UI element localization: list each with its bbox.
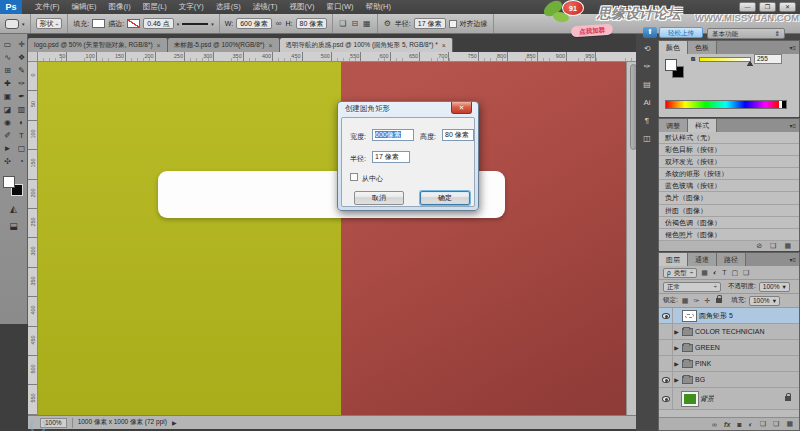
stroke-width-field[interactable]: 0.46 点 — [143, 18, 174, 29]
upload-icon[interactable]: ⬆ — [643, 27, 657, 38]
group-caret-icon[interactable]: ▶ — [673, 360, 680, 367]
menu-item[interactable]: 帮助(H) — [361, 0, 396, 14]
style-item[interactable]: 拼图（图像） — [659, 205, 799, 217]
tab-channels[interactable]: 通道 — [688, 253, 717, 266]
tool-button[interactable]: ✐ — [1, 129, 14, 142]
restore-button[interactable]: ❐ — [759, 2, 776, 12]
fill-field[interactable]: 100% ▾ — [749, 296, 780, 306]
radius-input[interactable]: 17 像素 — [372, 151, 410, 163]
minimize-button[interactable]: — — [739, 2, 756, 12]
layer-footer-icon[interactable]: ◙ — [737, 421, 741, 428]
group-caret-icon[interactable]: ▶ — [673, 344, 680, 351]
delete-style-icon[interactable]: ▦ — [784, 242, 791, 250]
panel-icon[interactable]: ¶ — [645, 116, 649, 125]
dialog-close-button[interactable]: ✕ — [451, 102, 472, 114]
tool-mode-select[interactable]: 形状 ÷ — [36, 18, 63, 29]
tool-button[interactable]: ▣ — [1, 90, 14, 103]
stroke-swatch[interactable] — [127, 19, 140, 28]
tool-button[interactable]: ✛ — [15, 38, 28, 51]
tool-button[interactable]: ◪ — [1, 103, 14, 116]
tool-button[interactable]: T — [15, 129, 28, 142]
document-tab[interactable]: 未标题-5.psd @ 100%(RGB/8*) × — [168, 38, 280, 52]
filter-smartobject-icon[interactable]: ❏ — [742, 269, 750, 277]
tool-button[interactable]: ✑ — [15, 77, 28, 90]
group-caret-icon[interactable]: ▶ — [673, 376, 680, 383]
tab-adjustments[interactable]: 调整 — [659, 119, 688, 132]
link-dimensions-icon[interactable]: ∞ — [275, 19, 283, 28]
tool-button[interactable]: ✒ — [15, 90, 28, 103]
fill-swatch[interactable] — [92, 19, 105, 28]
height-field[interactable]: 80 像素 — [296, 18, 328, 29]
filter-type-icon[interactable]: T — [721, 269, 727, 276]
ok-button[interactable]: 确定 — [420, 191, 470, 205]
screen-mode-icon[interactable]: ⬓ — [6, 220, 22, 232]
preset-caret-icon[interactable]: ▾ — [22, 21, 25, 27]
panel-menu-icon[interactable]: ▾≡ — [789, 44, 796, 51]
lock-transparency-icon[interactable]: ▦ — [681, 297, 690, 305]
panel-menu-icon[interactable]: ▾≡ — [789, 122, 796, 129]
workspace-switcher[interactable]: 基本功能 ⇕ — [707, 28, 785, 39]
tab-close-icon[interactable]: × — [157, 42, 161, 49]
layer-row[interactable]: ▶ 圆角矩形 5 — [659, 308, 799, 324]
layer-footer-icon[interactable]: ∞ — [712, 421, 717, 428]
upload-button[interactable]: 轻松上传 — [659, 27, 703, 38]
tool-button[interactable]: ◐ — [15, 116, 28, 129]
menu-item[interactable]: 图像(I) — [104, 0, 136, 14]
visibility-toggle[interactable] — [659, 356, 673, 371]
panel-icon[interactable]: ⟲ — [644, 44, 651, 53]
panel-menu-icon[interactable]: ▾≡ — [789, 256, 796, 263]
tool-button[interactable]: ✣ — [1, 155, 14, 168]
visibility-toggle[interactable] — [659, 388, 673, 409]
tool-button[interactable]: ✎ — [15, 64, 28, 77]
style-item[interactable]: 蓝色玻璃（按钮） — [659, 180, 799, 192]
tab-swatches[interactable]: 色板 — [688, 41, 717, 54]
tab-color[interactable]: 颜色 — [659, 41, 688, 54]
visibility-toggle[interactable] — [659, 340, 673, 355]
layer-footer-icon[interactable]: ❑ — [760, 420, 766, 428]
panel-icon[interactable]: ▤ — [643, 80, 651, 89]
layer-footer-icon[interactable]: ❏ — [773, 420, 779, 428]
tool-button[interactable]: ❖ — [15, 51, 28, 64]
height-input[interactable]: 80 像素 — [442, 129, 474, 141]
tab-close-icon[interactable]: × — [442, 42, 446, 49]
foreground-color-swatch[interactable] — [3, 176, 15, 188]
filter-kind-select[interactable]: ρ 类型 ÷ — [663, 268, 697, 278]
radius-field[interactable]: 17 像素 — [414, 18, 446, 29]
clear-style-icon[interactable]: ⊘ — [756, 242, 762, 250]
visibility-toggle[interactable] — [659, 308, 673, 323]
style-item[interactable]: 负片（图像） — [659, 192, 799, 204]
width-input[interactable]: 600像素 — [372, 129, 414, 141]
filter-adjustment-icon[interactable]: ◐ — [712, 269, 718, 276]
color-spectrum-bar[interactable] — [665, 100, 787, 109]
canvas-surface[interactable] — [38, 62, 626, 415]
filter-image-icon[interactable]: ▦ — [700, 269, 709, 277]
style-item[interactable]: 双环发光（按钮） — [659, 156, 799, 168]
panel-icon[interactable]: ✑ — [644, 62, 651, 71]
style-item[interactable]: 仿褐色调（图像） — [659, 217, 799, 229]
gear-icon[interactable]: ⚙ — [383, 19, 392, 28]
tool-button[interactable]: ◔ — [15, 155, 28, 168]
new-style-icon[interactable]: ❏ — [770, 242, 776, 250]
channel-value-field[interactable]: 255 — [754, 54, 782, 64]
tool-button[interactable]: ✚ — [1, 77, 14, 90]
vertical-scrollbar[interactable] — [626, 62, 636, 415]
tab-layers[interactable]: 图层 — [659, 253, 688, 266]
document-tab[interactable]: logo.psd @ 50% (矢量智能对象, RGB/8*) × — [28, 38, 168, 52]
rounded-rect-preset-icon[interactable] — [5, 19, 19, 29]
menu-item[interactable]: 窗口(W) — [321, 0, 358, 14]
document-tab[interactable]: 透明导航的质感.psd @ 100% (圆角矩形 5, RGB/8*) * × — [280, 38, 453, 52]
path-operations-icon[interactable]: ❏ — [338, 19, 347, 28]
lock-all-icon[interactable] — [716, 298, 722, 303]
group-caret-icon[interactable]: ▶ — [673, 328, 680, 335]
menu-item[interactable]: 文件(F) — [30, 0, 65, 14]
layer-row[interactable]: ▶ BG — [659, 372, 799, 388]
tool-button[interactable]: ► — [1, 142, 14, 155]
style-item[interactable]: 褪色照片（图像） — [659, 229, 799, 241]
tool-button[interactable]: ⊞ — [1, 64, 14, 77]
tab-close-icon[interactable]: × — [268, 42, 272, 49]
blend-mode-select[interactable]: 正常 ÷ — [663, 282, 721, 292]
stroke-style-caret-icon[interactable]: ▾ — [211, 21, 214, 27]
layer-footer-icon[interactable]: ◐ — [749, 421, 753, 428]
layer-row[interactable]: ▶ 背景 — [659, 388, 799, 410]
from-center-checkbox[interactable] — [350, 173, 358, 181]
